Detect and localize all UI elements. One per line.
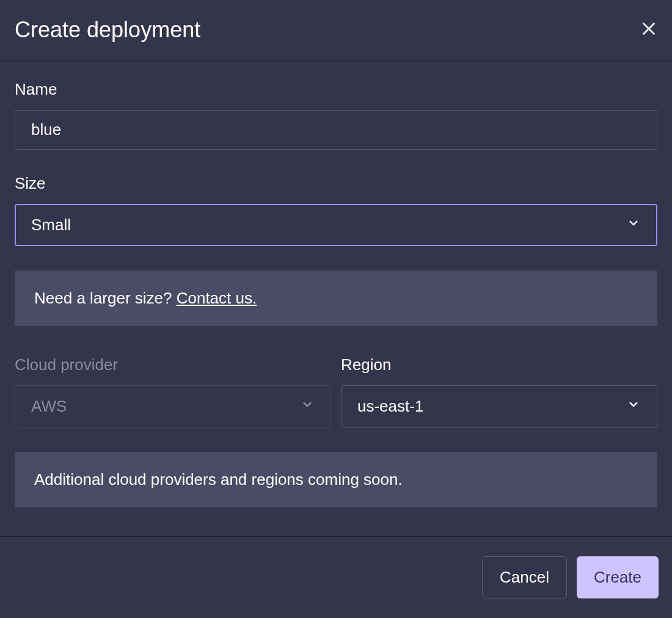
chevron-down-icon	[300, 397, 315, 416]
chevron-down-icon	[626, 216, 641, 234]
size-select-value: Small	[31, 216, 71, 234]
size-banner-text: Need a larger size?	[34, 289, 177, 307]
cloud-provider-group: Cloud provider AWS	[15, 355, 331, 427]
create-button[interactable]: Create	[577, 556, 659, 598]
close-icon	[640, 20, 657, 40]
name-label: Name	[15, 80, 657, 99]
dialog-header: Create deployment	[0, 0, 672, 60]
dialog-title: Create deployment	[15, 17, 200, 43]
close-button[interactable]	[640, 20, 657, 40]
size-info-banner: Need a larger size? Contact us.	[15, 271, 657, 326]
chevron-down-icon	[626, 397, 641, 416]
region-value: us-east-1	[357, 397, 423, 416]
cloud-provider-label: Cloud provider	[15, 355, 331, 374]
name-input[interactable]	[15, 110, 657, 150]
cancel-button[interactable]: Cancel	[482, 556, 567, 598]
create-deployment-dialog: Create deployment Name Size Small	[0, 0, 672, 618]
region-select[interactable]: us-east-1	[341, 385, 657, 427]
dialog-body: Name Size Small Need a larger size? Cont…	[0, 60, 672, 536]
region-label: Region	[341, 355, 657, 374]
dialog-footer: Cancel Create	[0, 536, 672, 618]
cloud-provider-select: AWS	[15, 385, 331, 427]
size-group: Size Small	[15, 174, 657, 246]
cloud-provider-value: AWS	[31, 397, 67, 416]
provider-region-row: Cloud provider AWS Region us-east-1	[15, 355, 657, 427]
name-group: Name	[15, 80, 657, 150]
provider-info-banner: Additional cloud providers and regions c…	[15, 452, 657, 507]
region-group: Region us-east-1	[341, 355, 657, 427]
size-label: Size	[15, 174, 657, 193]
size-select[interactable]: Small	[15, 204, 657, 246]
provider-banner-text: Additional cloud providers and regions c…	[34, 470, 403, 489]
contact-us-link[interactable]: Contact us.	[177, 289, 257, 307]
